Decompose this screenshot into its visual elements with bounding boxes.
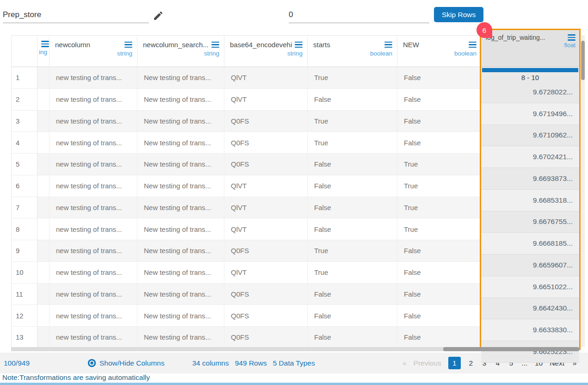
table-cell[interactable]: False bbox=[397, 262, 482, 283]
table-cell[interactable]: QlVT bbox=[224, 89, 308, 110]
highlighted-cell[interactable]: 9.6719496... bbox=[481, 103, 579, 125]
table-cell[interactable]: new testing of trans... bbox=[50, 240, 137, 261]
table-cell[interactable]: QlVT bbox=[224, 175, 308, 197]
table-cell[interactable]: True bbox=[308, 240, 397, 261]
table-cell[interactable]: New testing of trans... bbox=[137, 240, 224, 261]
previous-arrow[interactable]: « bbox=[402, 359, 407, 367]
table-cell[interactable]: False bbox=[397, 89, 482, 110]
table-cell[interactable]: True bbox=[397, 218, 482, 240]
table-cell[interactable]: False bbox=[308, 327, 397, 348]
table-cell[interactable] bbox=[37, 175, 50, 197]
table-cell[interactable]: False bbox=[397, 240, 482, 261]
table-cell[interactable]: New testing of trans... bbox=[137, 111, 224, 132]
highlighted-column-header[interactable]: log_of_trip_waiting... float bbox=[481, 30, 579, 67]
table-cell[interactable]: New testing of trans... bbox=[137, 197, 224, 218]
table-cell[interactable] bbox=[37, 67, 50, 88]
table-cell[interactable]: Q0FS bbox=[224, 240, 308, 261]
table-cell[interactable] bbox=[37, 89, 50, 110]
column-header[interactable]: ing bbox=[37, 36, 50, 67]
column-menu-icon[interactable] bbox=[384, 42, 392, 48]
table-cell[interactable]: Q0FS bbox=[224, 132, 308, 153]
table-cell[interactable]: new testing of trans... bbox=[50, 132, 137, 153]
table-cell[interactable]: Q0FS bbox=[224, 284, 308, 305]
table-cell[interactable]: False bbox=[397, 284, 482, 305]
highlighted-cell[interactable]: 9.6625223... bbox=[481, 341, 579, 363]
table-cell[interactable] bbox=[37, 262, 50, 283]
table-cell[interactable]: New testing of trans... bbox=[137, 327, 224, 348]
table-cell[interactable]: new testing of trans... bbox=[50, 154, 137, 175]
table-cell[interactable]: new testing of trans... bbox=[50, 89, 137, 110]
highlighted-cell[interactable]: 9.6710962... bbox=[481, 125, 579, 147]
table-cell[interactable] bbox=[37, 154, 50, 175]
table-cell[interactable]: New testing of trans... bbox=[137, 132, 224, 153]
highlighted-cell[interactable]: 9.6651022... bbox=[481, 276, 579, 298]
table-cell[interactable]: False bbox=[397, 132, 482, 153]
rows-count[interactable]: 949 Rows bbox=[235, 359, 267, 367]
table-cell[interactable]: False bbox=[308, 305, 397, 326]
column-menu-icon[interactable] bbox=[469, 42, 477, 48]
table-cell[interactable]: False bbox=[308, 218, 397, 240]
table-cell[interactable]: New testing of trans... bbox=[137, 262, 224, 283]
edit-pencil-icon[interactable] bbox=[153, 10, 164, 21]
table-cell[interactable] bbox=[37, 240, 50, 261]
page-number-active[interactable]: 1 bbox=[448, 357, 461, 369]
table-cell[interactable]: False bbox=[308, 284, 397, 305]
table-cell[interactable]: New testing of trans... bbox=[137, 175, 224, 197]
show-hide-columns-button[interactable]: Show/Hide Columns bbox=[87, 359, 164, 367]
highlighted-cell[interactable]: 9.6659607... bbox=[481, 255, 579, 276]
column-menu-icon[interactable] bbox=[124, 42, 132, 48]
table-cell[interactable] bbox=[37, 327, 50, 348]
table-cell[interactable]: True bbox=[308, 111, 397, 132]
column-header[interactable]: NEW boolean bbox=[397, 36, 482, 67]
column-menu-icon[interactable] bbox=[568, 34, 576, 41]
dataset-name-input[interactable]: Prep_store bbox=[3, 6, 149, 23]
data-types-count[interactable]: 5 Data Types bbox=[273, 359, 315, 367]
column-menu-icon[interactable] bbox=[211, 42, 219, 48]
column-menu-icon[interactable] bbox=[295, 42, 303, 48]
table-cell[interactable] bbox=[37, 284, 50, 305]
highlighted-cell[interactable]: 9.6685318... bbox=[481, 190, 579, 211]
table-cell[interactable]: True bbox=[308, 132, 397, 153]
table-cell[interactable]: False bbox=[397, 305, 482, 326]
table-cell[interactable]: new testing of trans... bbox=[50, 262, 137, 283]
table-cell[interactable] bbox=[37, 132, 50, 153]
column-menu-icon[interactable] bbox=[41, 41, 49, 47]
table-cell[interactable]: QlVT bbox=[224, 218, 308, 240]
table-cell[interactable]: new testing of trans... bbox=[50, 327, 137, 348]
table-cell[interactable]: New testing of trans... bbox=[137, 154, 224, 175]
annotation-badge[interactable]: 6 bbox=[477, 22, 492, 38]
column-header[interactable]: newcolumn_search... string bbox=[137, 36, 224, 67]
table-cell[interactable]: True bbox=[308, 262, 397, 283]
highlighted-cell[interactable]: 9.6702421... bbox=[481, 146, 579, 168]
table-cell[interactable]: New testing of trans... bbox=[137, 218, 224, 240]
table-cell[interactable]: new testing of trans... bbox=[50, 305, 137, 326]
columns-count[interactable]: 34 columns bbox=[192, 359, 229, 367]
page-number[interactable]: 2 bbox=[468, 359, 474, 367]
table-cell[interactable]: QlVT bbox=[224, 197, 308, 218]
table-cell[interactable] bbox=[37, 305, 50, 326]
table-cell[interactable]: new testing of trans... bbox=[50, 67, 137, 88]
table-cell[interactable] bbox=[37, 197, 50, 218]
highlighted-column[interactable]: log_of_trip_waiting... float 8 - 10 9.67… bbox=[480, 29, 581, 350]
vertical-scrollbar-track[interactable] bbox=[581, 35, 585, 347]
skip-rows-button[interactable]: Skip Rows bbox=[434, 7, 483, 22]
highlighted-cell[interactable]: 9.6642430... bbox=[481, 298, 579, 320]
vertical-scrollbar-thumb[interactable] bbox=[581, 41, 585, 80]
column-header[interactable]: starts boolean bbox=[308, 36, 397, 67]
table-cell[interactable]: QlVT bbox=[224, 262, 308, 283]
table-cell[interactable]: New testing of trans... bbox=[137, 89, 224, 110]
highlighted-cell[interactable]: 9.6668185... bbox=[481, 233, 579, 255]
table-cell[interactable]: False bbox=[308, 197, 397, 218]
table-cell[interactable]: New testing of trans... bbox=[137, 67, 224, 88]
table-cell[interactable]: new testing of trans... bbox=[50, 218, 137, 240]
table-cell[interactable]: True bbox=[397, 175, 482, 197]
table-cell[interactable]: new testing of trans... bbox=[50, 175, 137, 197]
table-cell[interactable]: True bbox=[397, 154, 482, 175]
table-cell[interactable]: False bbox=[308, 89, 397, 110]
skip-rows-input[interactable]: 0 bbox=[289, 6, 429, 23]
table-cell[interactable]: True bbox=[397, 197, 482, 218]
highlighted-cell[interactable]: 9.6693873... bbox=[481, 168, 579, 190]
table-cell[interactable]: QlVT bbox=[224, 67, 308, 88]
table-cell[interactable]: New testing of trans... bbox=[137, 305, 224, 326]
table-cell[interactable]: False bbox=[397, 327, 482, 348]
